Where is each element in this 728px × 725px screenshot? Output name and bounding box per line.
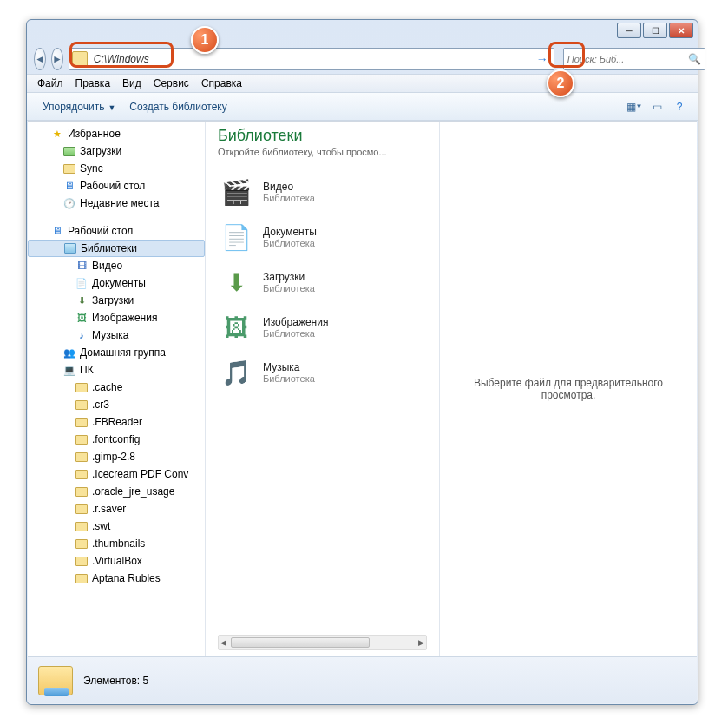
help-button[interactable]: ? — [670, 97, 689, 116]
tree-folder[interactable]: .VirtualBox — [28, 552, 205, 570]
homegroup-icon: 👥 — [62, 346, 76, 359]
tree-lib-downloads[interactable]: ⬇Загрузки — [28, 292, 205, 309]
address-bar[interactable]: → — [69, 48, 554, 70]
create-library-button[interactable]: Создать библиотеку — [122, 97, 233, 116]
folder-icon — [75, 554, 89, 568]
video-icon: 🎞 — [75, 259, 89, 273]
search-input[interactable] — [567, 54, 688, 64]
titlebar: ─ ☐ ✕ — [27, 20, 698, 44]
tree-folder[interactable]: .Icecream PDF Conv — [28, 465, 205, 483]
menu-view[interactable]: Вид — [117, 76, 147, 91]
minimize-button[interactable]: ─ — [617, 23, 641, 38]
download-icon: ⬇ — [218, 264, 254, 300]
library-item-video[interactable]: 🎬 ВидеоБиблиотека — [218, 169, 427, 214]
content-area: ★Избранное Загрузки Sync 🖥Рабочий стол 🕑… — [28, 121, 697, 656]
library-item-music[interactable]: 🎵 МузыкаБиблиотека — [218, 350, 427, 395]
tree-homegroup[interactable]: 👥Домашняя группа — [28, 344, 205, 361]
music-icon: 🎵 — [218, 354, 254, 391]
forward-button[interactable]: ► — [51, 48, 63, 70]
download-icon: ⬇ — [75, 293, 89, 307]
preview-placeholder: Выберите файл для предварительного просм… — [452, 377, 685, 401]
tree-downloads-fav[interactable]: Загрузки — [28, 142, 205, 160]
preview-pane-button[interactable]: ▭ — [647, 97, 666, 116]
tree-folder[interactable]: .FBReader — [28, 413, 205, 431]
tree-video[interactable]: 🎞Видео — [28, 257, 205, 274]
music-icon: ♪ — [75, 328, 89, 342]
tree-recent[interactable]: 🕑Недавние места — [28, 194, 205, 212]
pc-icon: 💻 — [62, 363, 76, 377]
libraries-icon — [63, 241, 77, 255]
horizontal-scrollbar[interactable]: ◀ ▶ — [218, 635, 427, 650]
status-count: Элементов: 5 — [83, 675, 148, 687]
tree-folder[interactable]: .r.saver — [28, 500, 205, 517]
folder-icon — [75, 571, 89, 585]
annotation-marker-1: 1 — [191, 26, 219, 54]
navigation-bar: ◄ ► → 🔍 — [27, 44, 698, 74]
tree-sync[interactable]: Sync — [28, 160, 205, 177]
go-button[interactable]: → — [533, 49, 552, 69]
tree-desktop-fav[interactable]: 🖥Рабочий стол — [28, 177, 205, 194]
library-item-pictures[interactable]: 🖼 ИзображенияБиблиотека — [218, 305, 427, 350]
desktop-icon: 🖥 — [62, 179, 76, 193]
menu-tools[interactable]: Сервис — [148, 76, 194, 91]
tree-folder[interactable]: .fontconfig — [28, 431, 205, 448]
search-box[interactable]: 🔍 — [563, 48, 705, 70]
organize-button[interactable]: Упорядочить▼ — [36, 97, 122, 116]
folder-icon — [72, 51, 88, 67]
folder-icon — [62, 161, 76, 175]
navigation-tree[interactable]: ★Избранное Загрузки Sync 🖥Рабочий стол 🕑… — [28, 122, 206, 656]
folder-icon — [62, 144, 76, 158]
library-item-documents[interactable]: 📄 ДокументыБиблиотека — [218, 214, 427, 260]
tree-folder[interactable]: .cr3 — [28, 396, 205, 413]
folder-icon — [75, 398, 89, 412]
close-button[interactable]: ✕ — [669, 23, 693, 38]
command-bar: Упорядочить▼ Создать библиотеку ▦▼ ▭ ? — [27, 93, 698, 121]
main-title: Библиотеки — [218, 127, 427, 145]
tree-music[interactable]: ♪Музыка — [28, 326, 205, 344]
tree-folder[interactable]: .gimp-2.8 — [28, 448, 205, 465]
status-bar: Элементов: 5 — [28, 656, 697, 703]
folder-icon — [75, 467, 89, 481]
menu-help[interactable]: Справка — [196, 76, 247, 91]
search-icon: 🔍 — [688, 53, 701, 65]
scroll-left-icon[interactable]: ◀ — [220, 638, 226, 647]
view-options-button[interactable]: ▦▼ — [625, 97, 644, 116]
address-input[interactable] — [90, 51, 533, 67]
menu-bar: Файл Правка Вид Сервис Справка — [27, 74, 698, 93]
star-icon: ★ — [50, 127, 64, 141]
pictures-icon: 🖼 — [75, 311, 89, 325]
annotation-marker-2: 2 — [547, 69, 574, 97]
tree-documents[interactable]: 📄Документы — [28, 274, 205, 292]
video-icon: 🎬 — [218, 174, 254, 210]
scroll-right-icon[interactable]: ▶ — [418, 638, 424, 647]
folder-icon — [75, 519, 89, 533]
tree-favorites[interactable]: ★Избранное — [28, 125, 205, 142]
folder-icon — [75, 484, 89, 498]
tree-desktop[interactable]: 🖥Рабочий стол — [28, 222, 205, 240]
tree-folder[interactable]: .cache — [28, 379, 205, 396]
tree-folder[interactable]: Aptana Rubles — [28, 570, 205, 587]
tree-folder[interactable]: .swt — [28, 517, 205, 535]
recent-icon: 🕑 — [62, 196, 76, 210]
folder-icon — [75, 537, 89, 550]
library-big-icon — [36, 662, 75, 700]
library-item-downloads[interactable]: ⬇ ЗагрузкиБиблиотека — [218, 260, 427, 305]
documents-icon: 📄 — [218, 219, 254, 255]
menu-edit[interactable]: Правка — [70, 76, 116, 91]
tree-pictures[interactable]: 🖼Изображения — [28, 309, 205, 326]
tree-folder[interactable]: .oracle_jre_usage — [28, 483, 205, 500]
tree-folder[interactable]: .thumbnails — [28, 535, 205, 552]
scroll-thumb[interactable] — [231, 637, 370, 648]
folder-icon — [75, 415, 89, 429]
main-panel: Библиотеки Откройте библиотеку, чтобы пр… — [206, 122, 440, 656]
explorer-window: ─ ☐ ✕ ◄ ► → 🔍 Файл Правка Вид Сервис Спр… — [26, 19, 698, 705]
back-button[interactable]: ◄ — [34, 48, 46, 70]
desktop-icon: 🖥 — [50, 224, 64, 238]
folder-icon — [75, 432, 89, 446]
preview-pane: Выберите файл для предварительного просм… — [440, 122, 697, 656]
folder-icon — [75, 380, 89, 394]
tree-libraries[interactable]: Библиотеки — [28, 240, 205, 257]
menu-file[interactable]: Файл — [32, 76, 69, 91]
tree-pc[interactable]: 💻ПК — [28, 361, 205, 379]
maximize-button[interactable]: ☐ — [643, 23, 667, 38]
